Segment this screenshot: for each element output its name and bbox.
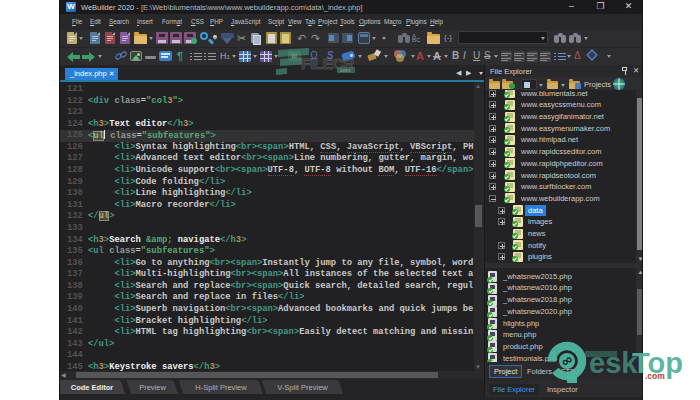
svg-text:.com: .com [645, 371, 665, 381]
svg-text:esk: esk [589, 347, 638, 379]
svg-text:.com: .com [339, 67, 351, 73]
